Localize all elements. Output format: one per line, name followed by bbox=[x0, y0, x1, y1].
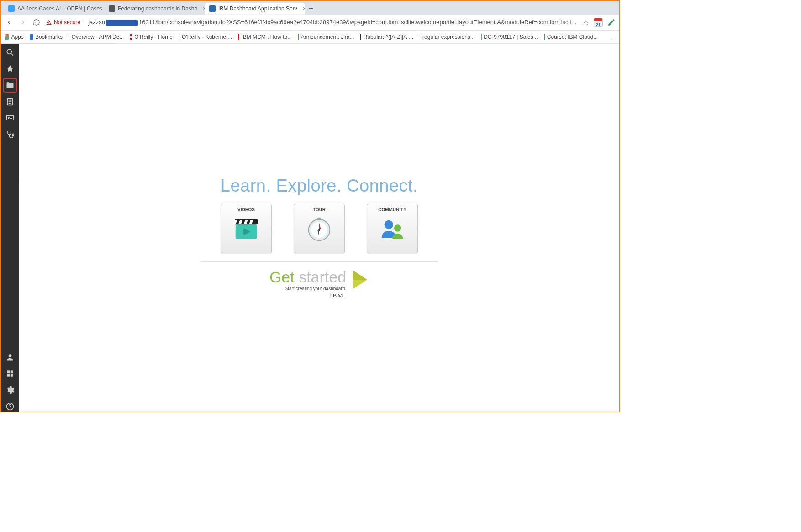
bookmark-item[interactable]: O'Reilly - Kubernet... bbox=[179, 34, 232, 40]
gear-icon[interactable] bbox=[5, 385, 15, 395]
browser-tab-active[interactable]: IBM Dashboard Application Serv × bbox=[205, 3, 305, 15]
favicon bbox=[69, 34, 69, 40]
bookmark-item[interactable]: Announcement: Jira... bbox=[298, 34, 354, 40]
tour-card[interactable]: TOUR bbox=[294, 204, 345, 253]
bookmark-star-icon[interactable]: ☆ bbox=[583, 18, 589, 27]
tab-label: IBM Dashboard Application Serv bbox=[218, 5, 297, 12]
reload-button[interactable] bbox=[32, 18, 41, 27]
document-icon[interactable] bbox=[5, 97, 15, 107]
left-sidebar bbox=[1, 44, 19, 412]
new-tab-button[interactable]: + bbox=[305, 3, 317, 15]
bookmark-item[interactable]: O'Reilly - Home bbox=[130, 34, 172, 40]
bookmark-item[interactable]: Bookmarks bbox=[30, 34, 63, 40]
favicon bbox=[130, 34, 132, 40]
svg-rect-6 bbox=[11, 370, 13, 373]
apps-button[interactable]: Apps bbox=[5, 34, 24, 40]
browser-tab-strip: AA Jens Cases ALL OPEN | Cases × Federat… bbox=[1, 1, 619, 15]
get-started-row[interactable]: Get started Start creating your dashboar… bbox=[200, 268, 438, 299]
addr-bar: Not secure | jazzsn16311/ibm/console/nav… bbox=[1, 15, 619, 31]
stethoscope-icon[interactable] bbox=[5, 130, 15, 140]
browser-tab[interactable]: AA Jens Cases ALL OPEN | Cases × bbox=[4, 3, 104, 15]
browser-tab[interactable]: Federating dashboards in Dashb × bbox=[104, 3, 205, 15]
compass-icon bbox=[305, 215, 333, 243]
svg-marker-26 bbox=[353, 270, 367, 280]
bookmark-item[interactable]: Course: IBM Cloud... bbox=[544, 34, 598, 40]
star-icon bbox=[30, 34, 33, 40]
forward-button[interactable] bbox=[18, 18, 27, 27]
salesforce-icon bbox=[8, 5, 15, 12]
svg-point-23 bbox=[385, 220, 393, 229]
not-secure-chip[interactable]: Not secure | bbox=[46, 19, 84, 26]
bookmark-item[interactable]: regular expressions... bbox=[420, 34, 474, 40]
apps-grid-icon bbox=[5, 34, 9, 40]
help-icon[interactable] bbox=[5, 402, 15, 412]
svg-point-3 bbox=[12, 134, 14, 135]
youtube-icon bbox=[238, 34, 239, 40]
bookmark-item[interactable]: DG-9798117 | Sales... bbox=[481, 34, 538, 40]
console-icon[interactable] bbox=[5, 113, 15, 123]
get-started-subtitle: Start creating your dashboard. bbox=[269, 286, 346, 291]
svg-rect-5 bbox=[7, 370, 10, 373]
browser-window: AA Jens Cases ALL OPEN | Cases × Federat… bbox=[0, 0, 620, 412]
chevron-right-icon: ⋯ bbox=[611, 34, 616, 40]
svg-rect-8 bbox=[11, 374, 13, 377]
favicon bbox=[360, 34, 361, 40]
card-title: COMMUNITY bbox=[378, 207, 406, 212]
ibm-icon bbox=[209, 5, 216, 12]
user-icon[interactable] bbox=[5, 352, 15, 362]
tab-label: Federating dashboards in Dashb bbox=[118, 5, 197, 12]
app-body: Default Test Windows-Memory Neu Tivoli E… bbox=[1, 44, 619, 412]
bookmark-item[interactable]: IBM MCM : How to... bbox=[238, 34, 292, 40]
main-content: Learn. Explore. Connect. VIDEOS TOUR COM… bbox=[19, 44, 619, 412]
community-card[interactable]: COMMUNITY bbox=[367, 204, 418, 253]
calendar-extension-icon[interactable]: 21 bbox=[594, 18, 603, 27]
svg-point-24 bbox=[394, 224, 401, 232]
videos-card[interactable]: VIDEOS bbox=[221, 204, 272, 253]
ibm-logo: IBM. bbox=[269, 292, 346, 299]
pencil-extension-icon[interactable] bbox=[607, 18, 616, 26]
svg-rect-7 bbox=[7, 374, 10, 377]
bookmark-item[interactable]: Overview - APM De... bbox=[69, 34, 124, 40]
headline: Learn. Explore. Connect. bbox=[200, 176, 438, 196]
welcome-panel: Learn. Explore. Connect. VIDEOS TOUR COM… bbox=[200, 176, 438, 299]
bookmark-item[interactable]: Rubular: ^([A-Z][A-... bbox=[360, 34, 413, 40]
bookmarks-bar: Apps Bookmarks Overview - APM De... O'Re… bbox=[1, 31, 619, 44]
favicon bbox=[420, 34, 420, 40]
back-button[interactable] bbox=[5, 18, 14, 27]
dash-icon bbox=[109, 5, 115, 12]
favicon bbox=[179, 34, 179, 40]
play-arrow-icon bbox=[351, 268, 369, 291]
star-icon[interactable] bbox=[5, 64, 15, 74]
svg-rect-22 bbox=[317, 218, 321, 220]
bookmark-overflow-button[interactable]: ⋯ bbox=[611, 34, 616, 40]
folder-icon[interactable] bbox=[5, 80, 15, 90]
svg-rect-2 bbox=[7, 115, 14, 120]
tab-label: AA Jens Cases ALL OPEN | Cases bbox=[17, 5, 102, 12]
svg-point-4 bbox=[9, 354, 12, 357]
svg-point-0 bbox=[7, 49, 11, 54]
welcome-cards-row: VIDEOS TOUR COMMUNITY bbox=[200, 204, 438, 262]
get-started-title: Get started bbox=[269, 268, 346, 286]
people-icon bbox=[378, 215, 406, 243]
grid-icon[interactable] bbox=[5, 369, 15, 379]
favicon bbox=[298, 34, 299, 40]
address-field[interactable]: jazzsn16311/ibm/console/navigation.do?XS… bbox=[88, 19, 578, 26]
card-title: VIDEOS bbox=[237, 207, 255, 212]
favicon bbox=[544, 34, 545, 40]
clapper-icon bbox=[232, 215, 260, 243]
svg-point-21 bbox=[318, 229, 320, 231]
card-title: TOUR bbox=[313, 207, 326, 212]
search-icon[interactable] bbox=[5, 47, 15, 57]
redacted-host bbox=[106, 20, 138, 26]
